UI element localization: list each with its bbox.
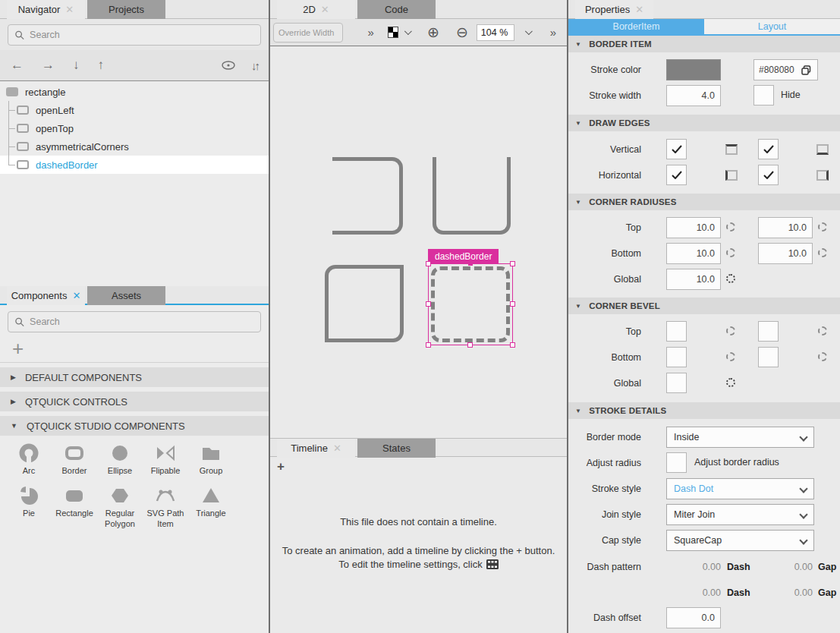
close-icon[interactable]: ✕ (65, 5, 74, 14)
tab-timeline[interactable]: Timeline ✕ (277, 439, 355, 458)
corner-link-icon[interactable] (726, 248, 735, 257)
corner-link-icon[interactable] (726, 352, 735, 361)
radius-top-left-input[interactable] (666, 217, 721, 238)
radius-global-input[interactable] (666, 269, 721, 290)
section-default-components[interactable]: ▶ DEFAULT COMPONENTS (0, 367, 269, 387)
copy-icon[interactable] (801, 65, 811, 75)
corner-link-icon[interactable] (818, 352, 827, 361)
selection-box[interactable] (428, 263, 513, 345)
draw-right-checkbox[interactable] (758, 165, 779, 185)
corner-link-icon[interactable] (818, 326, 827, 335)
navigator-search-input[interactable] (30, 30, 254, 40)
radius-bottom-left-input[interactable] (666, 243, 721, 264)
resize-handle-n[interactable] (468, 261, 473, 266)
shape-opentop[interactable] (433, 157, 511, 235)
component-flipable[interactable]: Flipable (143, 443, 188, 477)
tab-navigator[interactable]: Navigator ✕ (7, 0, 85, 19)
override-width-field[interactable] (273, 23, 343, 43)
stroke-style-select[interactable]: Dash Dot (666, 478, 814, 499)
zoom-in-icon[interactable]: ⊕ (427, 24, 439, 41)
tab-components[interactable]: Components ✕ (7, 286, 85, 305)
stroke-width-input[interactable] (666, 85, 721, 106)
section-draw-edges[interactable]: ▼ DRAW EDGES (568, 115, 840, 131)
tab-assets[interactable]: Assets (87, 286, 165, 305)
radius-top-right-input[interactable] (758, 217, 813, 238)
tree-row-asymmetricalcorners[interactable]: asymmetricalCorners (0, 137, 269, 156)
stroke-color-swatch[interactable] (666, 59, 721, 80)
join-style-select[interactable]: Miter Join (666, 504, 814, 525)
tab-projects[interactable]: Projects (87, 0, 165, 19)
chevron-down-icon[interactable] (525, 27, 533, 35)
timeline-settings-icon[interactable] (486, 559, 499, 569)
stroke-color-hex-input[interactable] (759, 65, 798, 75)
background-color-icon[interactable] (388, 27, 399, 38)
add-timeline-button[interactable]: + (277, 459, 285, 474)
component-group[interactable]: Group (188, 443, 234, 477)
sort-updown-icon[interactable]: ↓↑ (251, 59, 258, 72)
resize-handle-sw[interactable] (426, 342, 431, 348)
tab-code[interactable]: Code (357, 0, 436, 19)
resize-handle-s[interactable] (467, 342, 473, 348)
section-border-item[interactable]: ▼ BORDER ITEM (568, 36, 840, 52)
visibility-eye-icon[interactable] (221, 60, 236, 71)
bevel-top-left-input[interactable] (666, 321, 687, 342)
gap-value[interactable]: 0.00 (758, 587, 813, 598)
move-left-icon[interactable]: ← (11, 58, 24, 73)
hide-checkbox[interactable] (753, 85, 774, 106)
corner-link-icon[interactable] (818, 248, 827, 257)
toolbar-overflow-icon[interactable]: » (550, 26, 556, 39)
draw-top-checkbox[interactable] (666, 139, 687, 159)
components-searchbox[interactable] (8, 311, 261, 332)
override-width-input[interactable] (274, 24, 342, 42)
resize-handle-nw[interactable] (426, 261, 431, 266)
corner-link-icon[interactable] (726, 274, 735, 283)
section-corner-bevel[interactable]: ▼ CORNER BEVEL (568, 298, 840, 314)
stroke-color-hex-field[interactable] (753, 59, 818, 80)
section-stroke-details[interactable]: ▼ STROKE DETAILS (568, 402, 840, 419)
tree-row-dashedborder-selected[interactable]: dashedBorder (0, 156, 269, 174)
bevel-top-right-input[interactable] (758, 321, 779, 342)
draw-bottom-checkbox[interactable] (758, 139, 779, 159)
corner-link-icon[interactable] (726, 326, 735, 335)
component-border[interactable]: Border (52, 443, 97, 477)
component-svg-path-item[interactable]: SVG Path Item (143, 486, 188, 530)
component-arc[interactable]: Arc (6, 443, 52, 477)
resize-handle-ne[interactable] (510, 261, 515, 266)
cap-style-select[interactable]: SquareCap (666, 530, 814, 551)
dash-value[interactable]: 0.00 (666, 587, 721, 598)
component-regular-polygon[interactable]: Regular Polygon (97, 486, 143, 530)
move-down-icon[interactable]: ↓ (73, 58, 80, 73)
dash-value[interactable]: 0.00 (666, 562, 721, 572)
radius-bottom-right-input[interactable] (758, 243, 813, 264)
section-qtquick-studio-components[interactable]: ▼ QTQUICK STUDIO COMPONENTS (0, 416, 269, 436)
component-pie[interactable]: Pie (6, 486, 52, 530)
toolbar-overflow-icon[interactable]: » (367, 26, 373, 39)
zoom-level-field[interactable] (477, 24, 514, 41)
add-module-button[interactable]: + (12, 337, 24, 361)
tree-row-openleft[interactable]: openLeft (0, 101, 269, 119)
close-icon[interactable]: ✕ (72, 291, 80, 301)
subtab-layout[interactable]: Layout (704, 19, 840, 34)
components-search-input[interactable] (30, 316, 254, 327)
zoom-out-icon[interactable]: ⊖ (456, 24, 468, 41)
zoom-level-input[interactable] (477, 25, 514, 40)
navigator-searchbox[interactable] (8, 24, 261, 46)
bevel-global-input[interactable] (666, 373, 687, 393)
shape-asymmetricalcorners[interactable] (325, 265, 404, 342)
close-icon[interactable]: ✕ (321, 5, 329, 14)
adjust-radius-checkbox[interactable] (666, 452, 687, 473)
move-right-icon[interactable]: → (42, 58, 55, 73)
corner-link-icon[interactable] (726, 222, 735, 231)
corner-link-icon[interactable] (818, 222, 827, 231)
dash-offset-input[interactable] (666, 607, 721, 628)
resize-handle-e[interactable] (510, 301, 515, 307)
component-ellipse[interactable]: Ellipse (97, 443, 143, 477)
chevron-down-icon[interactable] (404, 27, 412, 35)
draw-left-checkbox[interactable] (666, 165, 687, 185)
resize-handle-w[interactable] (426, 301, 431, 307)
border-mode-select[interactable]: Inside (666, 427, 814, 448)
close-icon[interactable]: ✕ (333, 443, 341, 453)
2d-canvas[interactable]: dashedBorder (270, 46, 567, 438)
close-icon[interactable]: ✕ (635, 5, 643, 14)
tab-properties[interactable]: Properties ✕ (575, 0, 653, 19)
